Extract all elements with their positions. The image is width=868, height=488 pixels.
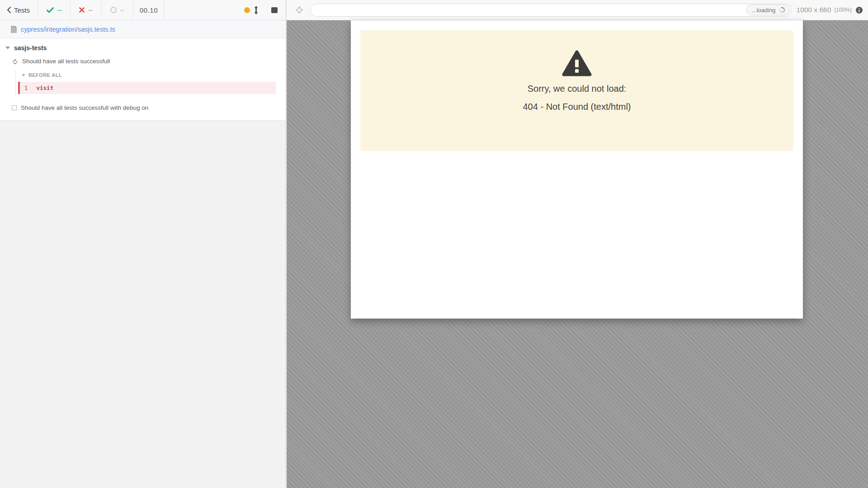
url-input[interactable] [317,6,746,14]
hook-label: BEFORE ALL [28,72,62,78]
passed-count: -- [57,6,61,14]
hook-header[interactable]: BEFORE ALL [16,70,286,82]
spec-file-link[interactable]: cypress/integration/sasjs.tests.ts [21,26,115,33]
spec-header: cypress/integration/sasjs.tests.ts [0,20,286,38]
runner-header: ...loading 1000 x 660 (100% [287,0,868,20]
circle-icon [110,7,117,13]
suite-title: sasjs-tests [14,44,47,52]
toolbar-divider [164,0,165,20]
refresh-icon [12,58,18,65]
viewport-size: 1000 x 660 [797,6,831,14]
runner-area: ...loading 1000 x 660 (100% [287,0,868,488]
selector-playground-icon[interactable] [294,6,304,14]
application-under-test-frame: Sorry, we could not load: 404 - Not Foun… [351,20,803,319]
test-stage: Sorry, we could not load: 404 - Not Foun… [287,20,868,488]
viewport-info: 1000 x 660 (100%) [797,6,864,14]
check-icon [47,7,54,13]
failed-count: -- [88,6,92,14]
reporter-toolbar: Tests -- -- -- 00.10 [0,0,286,20]
loading-status-badge: ...loading [746,5,790,15]
command-name: visit [37,84,54,91]
failed-stat: -- [71,6,101,14]
stop-button[interactable] [271,7,278,13]
test-row-running[interactable]: Should have all tests successfull [0,55,286,67]
test-timer: 00.10 [133,6,164,14]
caret-down-icon [22,74,25,76]
viewport-scale: (100%) [834,7,852,13]
error-heading: Sorry, we could not load: [360,84,793,94]
suite-sasjs-tests[interactable]: sasjs-tests [0,42,286,54]
file-icon [11,26,17,33]
loading-spinner-icon [779,7,785,13]
before-all-hook: BEFORE ALL 1 visit [15,70,286,95]
back-button-label: Tests [14,6,30,14]
test-list: sasjs-tests Should have all tests succes… [0,38,286,121]
command-number: 1 [24,84,28,91]
empty-box-icon [12,105,17,110]
info-icon[interactable] [856,7,863,14]
warning-triangle-icon [562,50,592,78]
passed-stat: -- [38,6,70,14]
test-title: Should have all tests successfull with d… [21,104,148,111]
reporter-panel: Tests -- -- -- 00.10 [0,0,286,488]
chevron-left-icon [7,7,11,13]
running-indicator-dot [244,7,250,13]
caret-down-icon [5,47,10,49]
url-bar: ...loading [310,4,792,17]
error-message: 404 - Not Found (text/html) [360,102,793,112]
test-title: Should have all tests successfull [22,58,110,65]
scroll-position-icon[interactable] [254,6,259,14]
pending-count: -- [120,6,124,14]
x-icon [79,7,85,13]
command-row-visit[interactable]: 1 visit [18,82,276,94]
back-to-tests-button[interactable]: Tests [0,0,38,20]
loading-label: ...loading [752,7,776,14]
test-row-pending[interactable]: Should have all tests successfull with d… [0,102,286,114]
pending-stat: -- [102,6,133,14]
toolbar-right-controls [244,6,286,14]
load-error-box: Sorry, we could not load: 404 - Not Foun… [360,30,793,151]
